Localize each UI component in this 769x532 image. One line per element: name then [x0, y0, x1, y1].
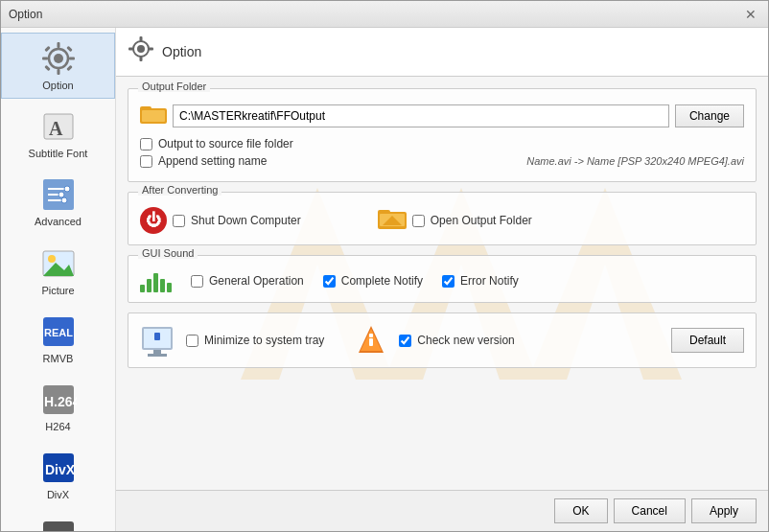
sidebar-item-picture-label: Picture [41, 285, 74, 297]
svg-rect-56 [369, 334, 373, 337]
tray-icon-item [140, 323, 175, 358]
sidebar-item-subtitle-font[interactable]: A Subtitle Font [1, 101, 115, 167]
svg-rect-5 [69, 58, 75, 60]
append-setting-label: Append setting name [158, 154, 267, 168]
apply-button[interactable]: Apply [691, 498, 757, 523]
append-setting-row: Append setting name Name.avi -> Name [PS… [140, 154, 744, 168]
sidebar-item-divx[interactable]: DivX DivX [1, 442, 115, 508]
sidebar: Option A Subtitle Font [1, 28, 116, 531]
tray-icon [140, 323, 175, 358]
svg-rect-34 [140, 36, 143, 41]
ok-button[interactable]: OK [554, 498, 607, 523]
open-folder-icon [378, 206, 407, 235]
output-source-checkbox[interactable] [140, 138, 152, 150]
footer: OK Cancel Apply [116, 490, 768, 531]
svg-rect-36 [128, 48, 133, 51]
sound-bars-item [140, 269, 172, 292]
complete-notify-item: Complete Notify [323, 274, 423, 288]
general-operation-checkbox[interactable] [191, 275, 203, 288]
minimize-tray-label: Minimize to system tray [204, 334, 324, 347]
svg-point-17 [58, 192, 64, 197]
sound-bar-5 [167, 283, 172, 292]
error-notify-checkbox[interactable] [442, 275, 454, 288]
sidebar-item-rmvb[interactable]: REAL RMVB [1, 306, 115, 372]
main-panel: Option Output Folder [116, 28, 768, 531]
panel-header: Option [116, 28, 768, 77]
content-area: Option A Subtitle Font [1, 28, 768, 531]
svg-rect-50 [148, 354, 167, 357]
check-version-icon-item [355, 324, 387, 357]
after-converting-body: ⏻ Shut Down Computer [128, 193, 756, 244]
folder-path-row: Change [140, 103, 744, 129]
after-converting-section: After Converting ⏻ Shut Down Computer [128, 192, 757, 245]
sound-bar-2 [147, 279, 151, 292]
window-title: Option [9, 8, 741, 21]
svg-rect-52 [154, 333, 160, 340]
svg-rect-49 [153, 350, 161, 354]
sound-bar-3 [153, 273, 158, 292]
complete-notify-checkbox[interactable] [323, 275, 336, 288]
after-converting-title: After Converting [138, 184, 221, 196]
open-folder-checkbox[interactable] [412, 215, 425, 227]
svg-point-16 [64, 186, 70, 192]
output-folder-title: Output Folder [138, 81, 210, 92]
minimize-tray-checkbox[interactable] [186, 335, 198, 347]
svg-point-20 [48, 255, 56, 263]
advanced-icon [39, 175, 78, 214]
sidebar-item-xvid[interactable]: Xvid Xvid [1, 510, 115, 531]
output-source-row: Output to source file folder [140, 137, 744, 150]
sidebar-item-picture[interactable]: Picture [1, 238, 115, 304]
gui-sound-body: General Operation Complete Notify Error … [128, 256, 756, 302]
title-bar: Option ✕ [1, 1, 768, 28]
sidebar-item-advanced-label: Advanced [35, 216, 82, 228]
svg-point-33 [137, 45, 145, 53]
svg-rect-35 [140, 57, 143, 61]
svg-text:Xvid: Xvid [45, 530, 74, 531]
xvid-icon: Xvid [39, 517, 78, 531]
general-operation-label: General Operation [209, 274, 304, 288]
folder-path-input[interactable] [173, 104, 669, 127]
sound-options-row: General Operation Complete Notify Error … [140, 269, 744, 292]
close-button[interactable]: ✕ [741, 5, 760, 24]
svg-rect-43 [142, 110, 165, 122]
svg-text:REAL: REAL [44, 327, 73, 338]
shutdown-icon: ⏻ [140, 207, 167, 234]
sidebar-item-advanced[interactable]: Advanced [1, 169, 115, 235]
sidebar-item-h264[interactable]: H.264 H264 [1, 374, 115, 440]
open-folder-item: Open Output Folder [378, 206, 532, 235]
update-icon [355, 324, 387, 357]
cancel-button[interactable]: Cancel [614, 498, 686, 523]
sidebar-item-option[interactable]: Option [1, 33, 115, 99]
shutdown-label: Shut Down Computer [191, 214, 301, 227]
sound-bar-1 [140, 285, 145, 292]
folder-icon [140, 103, 167, 129]
output-source-label: Output to source file folder [158, 137, 293, 150]
change-button[interactable]: Change [675, 104, 744, 127]
check-version-item: Check new version [399, 334, 514, 347]
rmvb-icon: REAL [39, 312, 78, 351]
default-button[interactable]: Default [671, 328, 744, 353]
append-setting-checkbox[interactable] [140, 155, 152, 168]
svg-rect-6 [44, 46, 50, 52]
subtitle-font-icon: A [39, 107, 78, 146]
check-version-checkbox[interactable] [399, 335, 411, 347]
general-operation-item: General Operation [191, 274, 304, 288]
svg-point-18 [61, 197, 67, 203]
h264-icon: H.264 [39, 381, 78, 419]
picture-icon [39, 244, 78, 283]
svg-text:DivX: DivX [45, 462, 76, 477]
minimize-tray-item: Minimize to system tray [186, 334, 324, 347]
shutdown-checkbox[interactable] [173, 215, 185, 227]
gui-sound-section: GUI Sound [128, 255, 757, 303]
open-folder-label: Open Output Folder [431, 214, 532, 227]
format-example: Name.avi -> Name [PSP 320x240 MPEG4].avi [526, 155, 744, 167]
svg-rect-9 [66, 46, 72, 52]
svg-rect-55 [369, 338, 373, 346]
shutdown-item: ⏻ Shut Down Computer [140, 207, 301, 234]
sidebar-item-h264-label: H264 [45, 421, 70, 433]
svg-rect-7 [66, 65, 72, 71]
svg-point-1 [54, 54, 63, 63]
bottom-options-body: Minimize to system tray [128, 313, 756, 367]
sidebar-item-rmvb-label: RMVB [43, 353, 74, 365]
svg-text:H.264: H.264 [44, 394, 77, 409]
